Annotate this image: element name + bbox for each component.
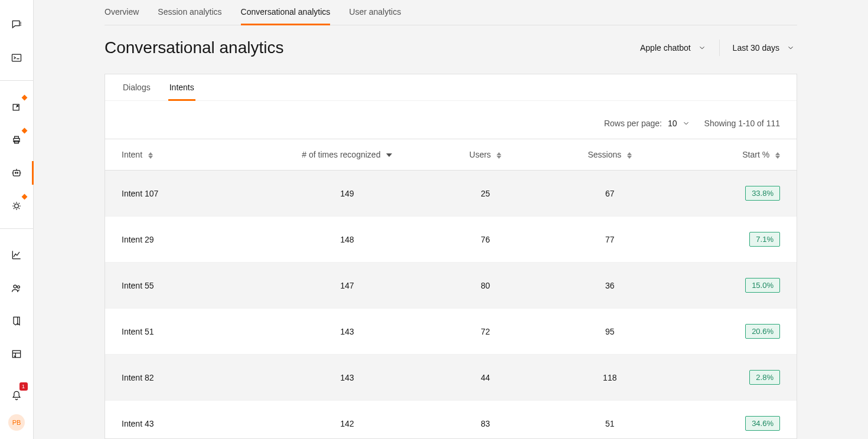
rail-layout-icon[interactable] <box>0 345 34 363</box>
chevron-down-icon <box>698 44 706 52</box>
cell-intent: Intent 55 <box>105 263 271 309</box>
cell-intent: Intent 82 <box>105 355 271 401</box>
svg-rect-3 <box>15 136 19 138</box>
left-rail: 1 PB <box>0 0 34 439</box>
page-title: Conversational analytics <box>105 38 638 57</box>
top-nav: Overview Session analytics Conversationa… <box>105 0 797 25</box>
update-dot-icon <box>21 128 27 134</box>
cell-recognized: 142 <box>271 401 423 440</box>
cell-start: 34.6% <box>672 401 797 440</box>
start-pill: 33.8% <box>745 186 780 201</box>
start-pill: 15.0% <box>745 278 780 293</box>
cell-recognized: 143 <box>271 309 423 355</box>
bot-select-value: Apple chatbot <box>640 43 691 53</box>
rail-terminal-icon[interactable] <box>0 48 34 67</box>
col-start-header[interactable]: Start % <box>672 139 797 171</box>
cell-intent: Intent 107 <box>105 171 271 217</box>
tab-user-analytics[interactable]: User analytics <box>349 0 401 25</box>
start-pill: 7.1% <box>749 232 780 247</box>
tab-conversational-analytics[interactable]: Conversational analytics <box>241 0 331 25</box>
chevron-down-icon <box>682 119 690 127</box>
sort-icon <box>627 152 632 159</box>
cell-intent: Intent 43 <box>105 401 271 440</box>
col-intent-header[interactable]: Intent <box>105 139 271 171</box>
rows-per-page-value: 10 <box>668 119 677 128</box>
rows-per-page-select[interactable]: 10 <box>668 119 690 128</box>
rail-analytics-icon[interactable] <box>0 245 34 264</box>
rail-notifications-icon[interactable]: 1 <box>0 386 34 405</box>
update-dot-icon <box>21 95 27 101</box>
update-dot-icon <box>21 194 27 200</box>
svg-rect-11 <box>12 350 20 358</box>
cell-start: 7.1% <box>672 217 797 263</box>
cell-users: 72 <box>423 309 548 355</box>
rail-bot-icon[interactable] <box>0 163 34 182</box>
cell-recognized: 148 <box>271 217 423 263</box>
cell-start: 15.0% <box>672 263 797 309</box>
svg-point-10 <box>17 286 19 288</box>
cell-users: 76 <box>423 217 548 263</box>
cell-start: 2.8% <box>672 355 797 401</box>
cell-start: 33.8% <box>672 171 797 217</box>
svg-point-9 <box>14 285 17 288</box>
cell-intent: Intent 51 <box>105 309 271 355</box>
svg-point-7 <box>17 172 18 173</box>
svg-rect-0 <box>12 54 21 61</box>
cell-intent: Intent 29 <box>105 217 271 263</box>
cell-sessions: 51 <box>547 401 672 440</box>
rail-users-icon[interactable] <box>0 279 34 297</box>
sort-desc-icon <box>386 153 392 157</box>
rail-print-icon[interactable] <box>0 130 34 149</box>
start-pill: 2.8% <box>749 370 780 385</box>
table-row[interactable]: Intent 43142835134.6% <box>105 401 797 440</box>
analytics-card: Dialogs Intents Rows per page: 10 Showin… <box>105 74 797 439</box>
rail-debug-icon[interactable] <box>0 196 34 215</box>
showing-text: Showing 1-10 of 111 <box>704 119 780 128</box>
rows-per-page-label: Rows per page: <box>604 119 662 128</box>
cell-users: 25 <box>423 171 548 217</box>
svg-point-6 <box>15 172 17 173</box>
table-row[interactable]: Intent 107149256733.8% <box>105 171 797 217</box>
sort-icon <box>497 152 501 159</box>
sort-icon <box>148 152 153 159</box>
table-row[interactable]: Intent 55147803615.0% <box>105 263 797 309</box>
notification-badge: 1 <box>19 382 28 391</box>
table-row[interactable]: Intent 2914876777.1% <box>105 217 797 263</box>
chevron-down-icon <box>787 44 795 52</box>
avatar[interactable]: PB <box>8 414 25 431</box>
table-row[interactable]: Intent 82143441182.8% <box>105 355 797 401</box>
tab-session-analytics[interactable]: Session analytics <box>158 0 221 25</box>
cell-start: 20.6% <box>672 309 797 355</box>
svg-rect-5 <box>13 171 20 176</box>
cell-users: 80 <box>423 263 548 309</box>
table-row[interactable]: Intent 51143729520.6% <box>105 309 797 355</box>
subtab-dialogs[interactable]: Dialogs <box>122 74 152 100</box>
tab-overview[interactable]: Overview <box>105 0 139 25</box>
divider <box>719 40 720 56</box>
range-select-value: Last 30 days <box>733 43 779 53</box>
rail-export-icon[interactable] <box>0 97 34 116</box>
col-users-header[interactable]: Users <box>423 139 548 171</box>
cell-sessions: 36 <box>547 263 672 309</box>
subtab-intents[interactable]: Intents <box>168 74 195 100</box>
start-pill: 20.6% <box>745 324 780 339</box>
col-recognized-header[interactable]: # of times recognized <box>271 139 423 171</box>
sort-icon <box>775 152 780 159</box>
cell-recognized: 147 <box>271 263 423 309</box>
start-pill: 34.6% <box>745 416 780 431</box>
subtab-bar: Dialogs Intents <box>105 74 797 101</box>
cell-sessions: 118 <box>547 355 672 401</box>
range-select[interactable]: Last 30 days <box>730 40 797 56</box>
rail-bookmark-icon[interactable] <box>0 312 34 330</box>
cell-users: 44 <box>423 355 548 401</box>
cell-sessions: 77 <box>547 217 672 263</box>
cell-sessions: 67 <box>547 171 672 217</box>
svg-point-8 <box>15 204 19 208</box>
cell-users: 83 <box>423 401 548 440</box>
bot-select[interactable]: Apple chatbot <box>638 40 709 56</box>
intents-table: Intent # of times recognized <box>105 139 797 439</box>
cell-sessions: 95 <box>547 309 672 355</box>
col-sessions-header[interactable]: Sessions <box>547 139 672 171</box>
rail-chat-icon[interactable] <box>0 15 34 34</box>
cell-recognized: 143 <box>271 355 423 401</box>
